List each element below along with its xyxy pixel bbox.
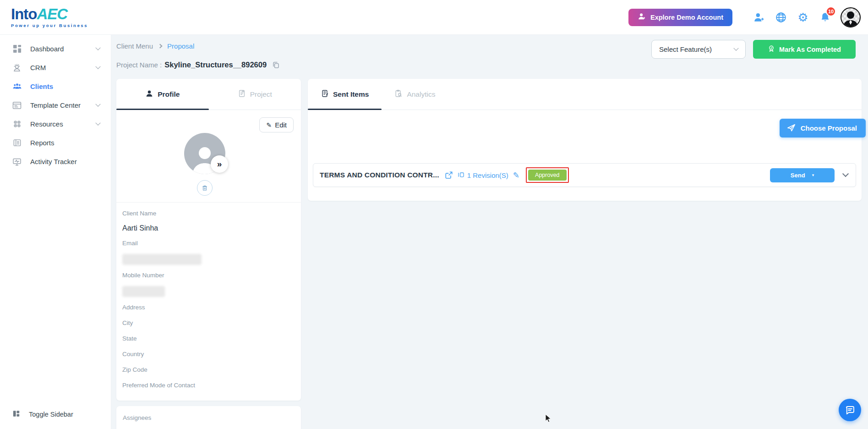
logo-text-secondary: AEC (37, 6, 67, 22)
mark-as-completed-button[interactable]: Mark As Completed (753, 40, 856, 59)
app-logo[interactable]: Into AEC Power up your Business (11, 6, 88, 28)
app-header: Into AEC Power up your Business Explore … (0, 0, 868, 35)
sidebar-item-activity-tracker[interactable]: Activity Tracker (0, 152, 111, 171)
double-chevron-icon: » (217, 159, 222, 169)
profile-card: Profile Project ✎ Edit » Client Name Aar… (116, 79, 301, 401)
copy-project-name-icon[interactable] (272, 61, 280, 69)
tab-sent-items-label: Sent Items (333, 90, 369, 99)
sidebar-item-template-center[interactable]: Template Center (0, 96, 111, 115)
user-avatar[interactable] (841, 7, 861, 28)
reports-icon (12, 138, 22, 148)
notifications-bell-icon[interactable]: 10 (819, 11, 831, 24)
paper-plane-icon (786, 123, 796, 134)
sent-items-panel: Sent Items Analytics Choose Proposal TER… (308, 79, 862, 201)
send-button-label: Send (791, 172, 805, 179)
redacted-value-bar (122, 286, 165, 297)
breadcrumb-client-menu[interactable]: Client Menu (116, 42, 153, 50)
pencil-icon: ✎ (266, 121, 272, 129)
sidebar-item-dashboard[interactable]: Dashboard (0, 39, 111, 58)
globe-icon[interactable] (775, 11, 787, 24)
divider (116, 202, 301, 203)
sidebar-item-label: Dashboard (30, 45, 96, 53)
project-name-value: Skyline_Structures__892609 (164, 60, 267, 69)
sidebar-item-label: Resources (30, 120, 96, 128)
resources-icon (12, 119, 22, 129)
logo-text-primary: Into (11, 6, 37, 22)
sidebar-item-label: Activity Tracker (30, 158, 100, 165)
choose-proposal-button[interactable]: Choose Proposal (780, 119, 866, 138)
field-label: Client Name (122, 209, 295, 218)
template-center-icon (12, 100, 22, 110)
select-features-dropdown[interactable]: Select Feature(s) (651, 40, 746, 59)
sidebar-item-label: CRM (30, 64, 96, 72)
toggle-sidebar-button[interactable]: Toggle Sidebar (0, 405, 111, 424)
field-mobile-number: Mobile Number (122, 271, 295, 297)
proposal-title: TERMS AND CONDITION CONTR... (320, 171, 439, 179)
toggle-sidebar-icon (12, 409, 21, 419)
edit-proposal-pencil-icon[interactable]: ✎ (513, 170, 519, 180)
chevron-down-icon (95, 64, 100, 69)
sidebar: Dashboard CRM Clients Template Center (0, 35, 111, 429)
activity-tracker-icon (12, 157, 22, 167)
tab-project-label: Project (250, 90, 272, 99)
revisions-label: 1 Revision(S) (467, 171, 508, 179)
tab-profile[interactable]: Profile (116, 79, 209, 110)
mark-as-completed-label: Mark As Completed (779, 46, 841, 53)
field-label-state: State (122, 334, 295, 343)
proposal-row[interactable]: TERMS AND CONDITION CONTR... 1 Revision(… (313, 163, 856, 187)
tab-analytics-label: Analytics (407, 90, 435, 99)
breadcrumb-proposal[interactable]: Proposal (167, 42, 194, 50)
edit-button-label: Edit (275, 121, 287, 129)
status-highlight-box: Approved (526, 167, 569, 183)
clients-icon (12, 82, 22, 92)
add-user-icon[interactable] (753, 11, 765, 24)
choose-proposal-label: Choose Proposal (801, 124, 857, 132)
field-email: Email (122, 239, 295, 265)
field-label-address: Address (122, 303, 295, 312)
sidebar-item-label: Reports (30, 139, 100, 147)
gear-icon[interactable]: ⚙ (797, 11, 809, 24)
select-features-label: Select Feature(s) (659, 45, 712, 53)
sent-items-document-icon (321, 89, 329, 99)
sidebar-item-clients[interactable]: Clients (0, 77, 111, 96)
chevron-down-icon (95, 120, 100, 125)
chevron-down-icon (733, 45, 738, 50)
notification-count-badge: 10 (826, 6, 836, 16)
badge-check-icon (768, 45, 775, 54)
client-fields: Client Name Aarti Sinha Email Mobile Num… (122, 209, 295, 396)
tab-project[interactable]: Project (209, 79, 301, 110)
field-label-preferred-mode: Preferred Mode of Contact (122, 381, 295, 390)
edit-button[interactable]: ✎ Edit (259, 117, 294, 132)
sidebar-item-resources[interactable]: Resources (0, 115, 111, 133)
project-name-row: Project Name : Skyline_Structures__89260… (116, 60, 280, 69)
tab-profile-label: Profile (158, 90, 180, 99)
field-label: Mobile Number (122, 271, 295, 280)
crm-icon (12, 63, 22, 73)
sidebar-item-crm[interactable]: CRM (0, 58, 111, 77)
analytics-clipboard-icon (394, 89, 403, 99)
explore-demo-label: Explore Demo Account (650, 14, 723, 21)
chat-button[interactable] (839, 399, 861, 421)
send-dropdown-caret-icon: ▾ (812, 173, 814, 177)
chevron-down-icon (95, 101, 100, 106)
tab-analytics[interactable]: Analytics (382, 79, 448, 110)
delete-avatar-button[interactable] (197, 180, 213, 196)
field-label-country: Country (122, 350, 295, 359)
assignees-card: Assignees (116, 406, 301, 429)
open-external-link-icon[interactable] (445, 171, 453, 179)
expand-proposal-chevron-icon[interactable] (842, 170, 849, 177)
explore-demo-account-button[interactable]: Explore Demo Account (628, 9, 732, 26)
field-label-zip-code: Zip Code (122, 365, 295, 374)
sidebar-item-reports[interactable]: Reports (0, 133, 111, 152)
send-button[interactable]: Send ▾ (770, 168, 835, 182)
revisions-link[interactable]: 1 Revision(S) (458, 171, 508, 180)
tab-sent-items[interactable]: Sent Items (308, 79, 382, 110)
breadcrumb: Client Menu Proposal (116, 42, 194, 50)
revisions-copy-icon (458, 171, 465, 180)
field-value: Aarti Sinha (122, 223, 295, 233)
profile-person-icon (145, 89, 153, 99)
sidebar-item-label: Clients (30, 82, 100, 90)
project-document-icon (238, 89, 246, 99)
expand-avatar-button[interactable]: » (211, 155, 228, 173)
dashboard-icon (12, 44, 22, 54)
